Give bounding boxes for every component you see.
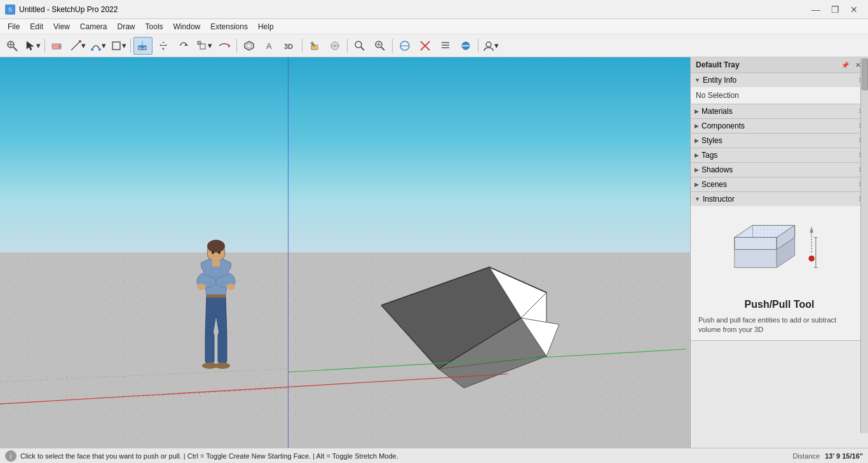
- scale-button[interactable]: ▾: [194, 37, 214, 55]
- materials-arrow: ▶: [695, 108, 699, 114]
- svg-rect-57: [207, 294, 226, 298]
- paint-bucket-button[interactable]: [305, 37, 324, 55]
- zoom-window-button[interactable]: [370, 37, 390, 55]
- menu-view[interactable]: View: [48, 19, 75, 34]
- svg-line-29: [381, 47, 384, 50]
- svg-point-41: [486, 42, 491, 47]
- tape-measure-button[interactable]: [325, 37, 344, 55]
- menu-draw[interactable]: Draw: [112, 19, 140, 34]
- instructor-arrow: ▼: [695, 196, 700, 202]
- svg-point-51: [197, 284, 206, 290]
- styles-label: Styles: [702, 136, 722, 145]
- push-pull-button[interactable]: [133, 37, 153, 55]
- instructor-header[interactable]: ▼ Instructor ✕: [691, 192, 868, 206]
- line-button[interactable]: ▾: [68, 37, 87, 55]
- zoom-extents-button[interactable]: [3, 37, 22, 55]
- svg-rect-16: [198, 41, 201, 45]
- instructor-body: Push/Pull Tool Push and pull face entiti…: [691, 206, 868, 340]
- panel-scrollbar-thumb[interactable]: [862, 59, 868, 90]
- shadows-left: ▶ Shadows: [695, 165, 733, 174]
- text-button[interactable]: A: [260, 37, 279, 55]
- status-info-icon[interactable]: i: [5, 450, 17, 462]
- svg-point-26: [355, 41, 362, 48]
- entity-info-arrow: ▼: [695, 77, 700, 83]
- toolbar-separator-2: [130, 39, 131, 53]
- scenes-arrow: ▶: [695, 181, 699, 188]
- rotate-button[interactable]: [174, 37, 193, 55]
- maximize-button[interactable]: ❐: [826, 3, 844, 16]
- svg-rect-50: [212, 260, 220, 266]
- shape-button[interactable]: ▾: [109, 37, 128, 55]
- menu-file[interactable]: File: [3, 19, 25, 34]
- panel-title: Default Tray: [696, 60, 740, 69]
- minimize-button[interactable]: —: [807, 3, 825, 16]
- svg-line-27: [361, 47, 364, 50]
- sky-background: [0, 57, 690, 260]
- info-letter: i: [10, 452, 11, 460]
- arc-button[interactable]: ▾: [88, 37, 107, 55]
- select-button[interactable]: ▾: [23, 37, 42, 55]
- menu-window[interactable]: Window: [168, 19, 206, 34]
- blue-axis: [288, 57, 288, 448]
- move-button[interactable]: [154, 37, 173, 55]
- follow-me-button[interactable]: [215, 37, 234, 55]
- menu-help[interactable]: Help: [253, 19, 279, 34]
- svg-marker-18: [245, 41, 254, 50]
- shadows-section[interactable]: ▶ Shadows ✕: [691, 163, 868, 177]
- materials-left: ▶ Materials: [695, 107, 733, 116]
- section-fill-button[interactable]: [456, 37, 475, 55]
- svg-marker-17: [228, 44, 231, 48]
- statusbar: i Click to select the face that you want…: [0, 448, 868, 463]
- viewport[interactable]: [0, 57, 690, 448]
- instructor-header-left: ▼ Instructor: [695, 195, 735, 204]
- instructor-tool-desc: Push and pull face entities to add or su…: [696, 315, 863, 335]
- distance-label: Distance: [792, 452, 820, 460]
- titlebar-title: Untitled - SketchUp Pro 2022: [19, 5, 118, 14]
- close-button[interactable]: ✕: [845, 3, 863, 16]
- toolbar-separator-4: [302, 39, 302, 53]
- scenes-label: Scenes: [702, 180, 727, 189]
- svg-point-25: [334, 45, 336, 47]
- menu-tools[interactable]: Tools: [140, 19, 168, 34]
- app-icon: S: [5, 4, 15, 15]
- svg-marker-19: [247, 43, 252, 48]
- entity-info-content: No Selection: [696, 91, 739, 100]
- eraser-button[interactable]: [48, 37, 67, 55]
- styles-arrow: ▶: [695, 137, 699, 144]
- panel-pin-button[interactable]: 📌: [840, 60, 850, 70]
- menu-camera[interactable]: Camera: [75, 19, 112, 34]
- svg-marker-84: [810, 226, 813, 232]
- materials-label: Materials: [702, 107, 733, 116]
- components-label: Components: [702, 121, 745, 130]
- entity-info-header-left: ▼ Entity Info: [695, 76, 736, 85]
- svg-text:A: A: [266, 41, 272, 51]
- offset-button[interactable]: [240, 37, 259, 55]
- entity-info-body: No Selection: [691, 87, 868, 104]
- materials-section[interactable]: ▶ Materials ✕: [691, 104, 868, 119]
- styles-section[interactable]: ▶ Styles ✕: [691, 134, 868, 148]
- menu-extensions[interactable]: Extensions: [205, 19, 253, 34]
- tags-label: Tags: [702, 151, 717, 160]
- panel-scrollbar[interactable]: [860, 58, 868, 433]
- entity-info-header[interactable]: ▼ Entity Info ✕: [691, 73, 868, 87]
- account-button[interactable]: ▾: [481, 37, 500, 55]
- section-cut-button[interactable]: [416, 37, 435, 55]
- svg-point-52: [226, 284, 235, 290]
- svg-point-82: [808, 256, 814, 261]
- status-text: Click to select the face that you want t…: [20, 452, 789, 460]
- tags-section[interactable]: ▶ Tags ✕: [691, 148, 868, 163]
- 3d-text-button[interactable]: 3D: [280, 37, 299, 55]
- scenes-left: ▶ Scenes: [695, 180, 727, 189]
- scenes-section[interactable]: ▶ Scenes ✕: [691, 177, 868, 192]
- section-display-button[interactable]: [436, 37, 455, 55]
- components-section[interactable]: ▶ Components ✕: [691, 119, 868, 134]
- toolbar-separator-3: [236, 39, 237, 53]
- zoom-button[interactable]: [350, 37, 369, 55]
- menu-edit[interactable]: Edit: [25, 19, 48, 34]
- section-plane-button[interactable]: [395, 37, 414, 55]
- shadows-arrow: ▶: [695, 167, 699, 173]
- svg-rect-54: [218, 333, 227, 363]
- instructor-tool-name: Push/Pull Tool: [745, 299, 815, 310]
- svg-line-7: [71, 41, 80, 50]
- toolbar-separator-5: [347, 39, 348, 53]
